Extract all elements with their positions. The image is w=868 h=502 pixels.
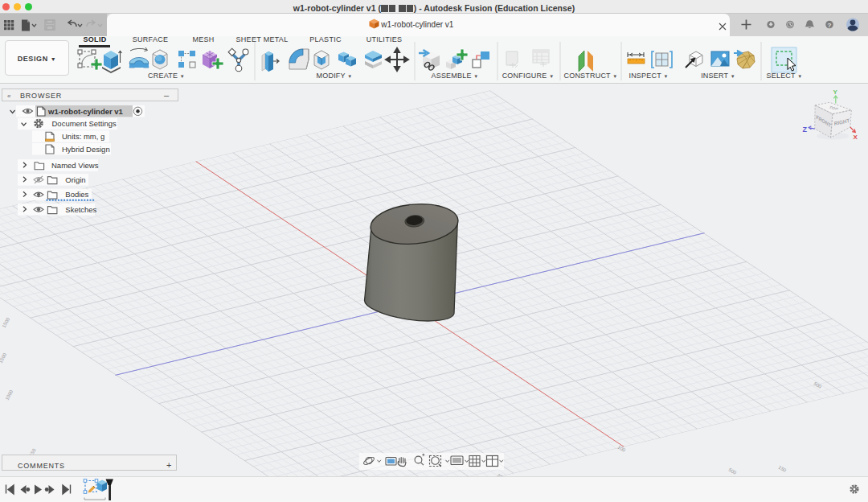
svg-text:Hybrid Design: Hybrid Design [62,145,110,154]
svg-text:Named Views: Named Views [51,161,99,170]
svg-text:Bodies: Bodies [65,190,88,199]
svg-text:Units: mm, g: Units: mm, g [62,132,104,141]
svg-text:w1-robot-cylinder v1: w1-robot-cylinder v1 [47,107,124,116]
svg-text:Y: Y [833,88,838,96]
svg-text:Z: Z [803,126,808,134]
svg-text:?: ? [828,22,832,29]
svg-text:Document Settings: Document Settings [52,119,117,128]
svg-text:X: X [854,134,858,141]
svg-text:Sketches: Sketches [65,205,96,214]
svg-text:Origin: Origin [65,175,85,184]
